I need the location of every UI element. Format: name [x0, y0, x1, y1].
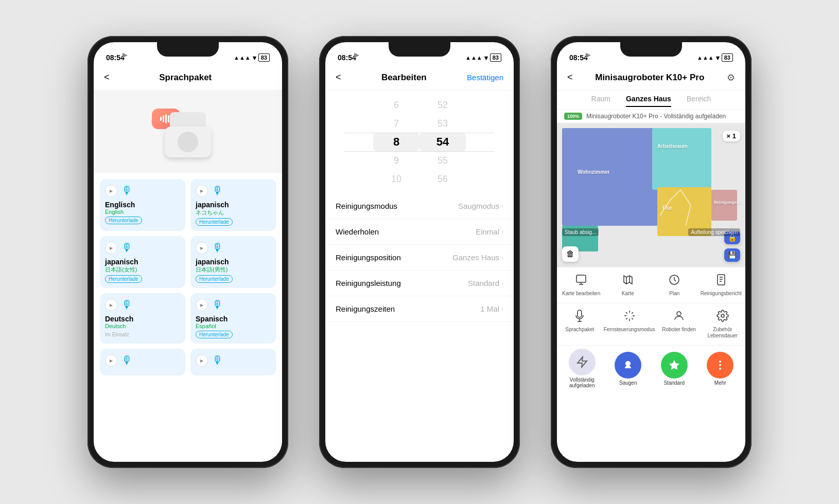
- action-standard[interactable]: Standard: [653, 352, 695, 386]
- lang-card-deutsch[interactable]: ▶ 🎙 Deutsch Deutsch Im Einsatz: [100, 293, 185, 344]
- save-map-button[interactable]: 💾: [724, 248, 740, 262]
- tab-ganzes-haus[interactable]: Ganzes Haus: [626, 95, 671, 107]
- picker-min-55[interactable]: 55: [420, 151, 466, 170]
- picker-min-53[interactable]: 53: [420, 114, 466, 133]
- phone-2-signal-icon: ▲▲▲: [465, 55, 482, 61]
- picker-hour-5[interactable]: 5: [373, 91, 420, 96]
- picker-min-57[interactable]: 57: [420, 188, 466, 193]
- lang-name-japanese2: japanisch: [105, 258, 180, 266]
- phone-1-back-button[interactable]: <: [104, 72, 110, 83]
- settings-label-reinigungsposition: Reinigungsposition: [336, 253, 401, 262]
- battery-icon: 83: [258, 53, 270, 62]
- lang-badge-japanese3[interactable]: Herunterlade: [196, 275, 233, 283]
- lang-card-japanese2[interactable]: ▶ 🎙 japanisch 日本語(女性) Herunterlade: [100, 236, 185, 288]
- settings-item-reinigungsleistung[interactable]: Reinigungsleistung Standard ›: [325, 271, 514, 296]
- action-label-mehr: Mehr: [714, 380, 726, 386]
- phone-2-screen: 08:54 ▶ ▲▲▲ ▾ 83 < Bearbeiten Bestätigen: [325, 42, 514, 462]
- action-mehr[interactable]: Mehr: [700, 352, 742, 386]
- picker-col-minutes[interactable]: 51 52 53 54 55 56 57: [420, 91, 466, 193]
- picker-hour-6[interactable]: 6: [373, 96, 420, 114]
- wave-bar-1: [160, 117, 162, 121]
- staub-label: Staub absig...: [562, 228, 599, 236]
- toolbar-karte-bearbeiten[interactable]: Karte bearbeiten: [559, 272, 604, 299]
- toolbar-plan[interactable]: Plan: [652, 272, 697, 299]
- toolbar-sprachpaket[interactable]: Sprachpaket: [559, 308, 601, 341]
- play-button-japanese2[interactable]: ▶: [105, 242, 117, 254]
- picker-min-51[interactable]: 51: [420, 91, 466, 96]
- action-aufgeladen[interactable]: Vollständig aufgeladen: [561, 349, 603, 388]
- picker-hour-10[interactable]: 10: [373, 170, 420, 188]
- play-button-extra2[interactable]: ▶: [196, 354, 208, 367]
- settings-item-reinigungsposition[interactable]: Reinigungsposition Ganzes Haus ›: [325, 245, 514, 271]
- svg-rect-0: [576, 275, 586, 282]
- play-button-english[interactable]: ▶: [105, 185, 117, 197]
- map-badge: × 1: [723, 131, 740, 141]
- speaker-icon-japanese3: 🎙: [212, 241, 223, 255]
- tab-raum[interactable]: Raum: [591, 95, 610, 107]
- picker-min-52[interactable]: 52: [420, 96, 466, 114]
- lang-hero: [94, 91, 282, 173]
- play-button-deutsch[interactable]: ▶: [105, 299, 117, 311]
- toolbar-fernsteuerung[interactable]: Fernsteuerungsmodus: [603, 308, 656, 341]
- picker-hour-8-selected[interactable]: 8: [373, 133, 420, 151]
- picker-hour-9[interactable]: 9: [373, 151, 420, 170]
- phone-2-confirm-button[interactable]: Bestätigen: [467, 73, 503, 82]
- lang-badge-spanish[interactable]: Herunterlade: [196, 331, 233, 338]
- action-saugen[interactable]: Saugen: [607, 352, 650, 386]
- play-button-extra1[interactable]: ▶: [105, 354, 117, 367]
- settings-value-reinigungsposition: Ganzes Haus ›: [452, 253, 503, 262]
- phone-3-time: 08:54: [569, 53, 588, 62]
- bottom-actions: Vollständig aufgeladen Saugen Standard: [557, 345, 745, 393]
- phone-3-back-button[interactable]: <: [567, 72, 573, 83]
- play-button-japanese3[interactable]: ▶: [196, 242, 208, 254]
- map-action-buttons: 🗑: [562, 246, 579, 262]
- lang-sub-japanese2: 日本語(女性): [105, 266, 180, 274]
- svg-point-4: [625, 361, 631, 366]
- map-status-text: Minisaugroboter K10+ Pro - Vollständig a…: [586, 113, 726, 120]
- karte-bearbeiten-icon: [575, 274, 587, 289]
- picker-min-56[interactable]: 56: [420, 170, 466, 188]
- lang-card-english[interactable]: ▶ 🎙 Englisch English Herunterlade: [100, 179, 185, 231]
- settings-item-reinigungszeiten[interactable]: Reinigungszeiten 1 Mal ›: [325, 296, 514, 322]
- lang-card-extra1[interactable]: ▶ 🎙: [100, 349, 185, 375]
- toolbar-reinigungsbericht[interactable]: Reinigungsbericht: [699, 272, 744, 299]
- tab-bereich[interactable]: Bereich: [687, 95, 711, 107]
- phone-2-back-button[interactable]: <: [336, 72, 341, 83]
- action-circle-mehr: [707, 352, 733, 379]
- language-grid: ▶ 🎙 Englisch English Herunterlade ▶ 🎙 ja…: [94, 173, 282, 382]
- settings-gear-icon[interactable]: ⚙: [727, 72, 735, 83]
- lang-card-japanese3[interactable]: ▶ 🎙 japanisch 日本語(男性) Herunterlade: [190, 236, 276, 288]
- lang-badge-english[interactable]: Herunterlade: [105, 217, 142, 224]
- toolbar-zubehor[interactable]: Zubehör Lebensdauer: [702, 308, 743, 341]
- time-picker-section[interactable]: 5 6 7 8 9 10 11 51 52 53 54 55 56: [325, 91, 514, 193]
- play-button-japanese1[interactable]: ▶: [196, 185, 208, 197]
- roboter-finden-icon: [673, 310, 685, 325]
- lang-card-japanese1[interactable]: ▶ 🎙 japanisch ネコちゃん Herunterlade: [190, 179, 276, 231]
- lang-sub-japanese1: ネコちゃん: [196, 209, 271, 217]
- lang-card-extra2[interactable]: ▶ 🎙: [190, 349, 276, 375]
- vacuum-bag-button[interactable]: 🗑: [562, 246, 579, 262]
- robot-path-svg: [557, 123, 745, 267]
- lang-card-icon-japanese2: ▶ 🎙: [105, 241, 180, 255]
- toolbar-roboter-finden[interactable]: Roboter finden: [658, 308, 700, 341]
- lang-badge-japanese2[interactable]: Herunterlade: [105, 275, 142, 283]
- svg-point-6: [719, 364, 721, 366]
- picker-min-54-selected[interactable]: 54: [420, 133, 466, 151]
- settings-item-reinigungsmodus[interactable]: Reinigungsmodus Saugmodus ›: [325, 193, 514, 219]
- settings-item-wiederholen[interactable]: Wiederholen Einmal ›: [325, 219, 514, 245]
- aufteilung-label: Aufteilung speichern: [688, 228, 740, 236]
- picker-col-hours[interactable]: 5 6 7 8 9 10 11: [373, 91, 420, 193]
- lang-badge-japanese1[interactable]: Herunterlade: [196, 218, 233, 226]
- lang-card-spanish[interactable]: ▶ 🎙 Spanisch Español Herunterlade: [190, 293, 276, 344]
- lang-sub-japanese3: 日本語(男性): [196, 266, 271, 274]
- map-canvas: Wohnzimmer Arbeitsraum Flur Reinigungsz.…: [557, 123, 745, 267]
- map-area[interactable]: Wohnzimmer Arbeitsraum Flur Reinigungsz.…: [557, 123, 745, 267]
- picker-hour-11[interactable]: 11: [373, 188, 420, 193]
- phone-2-time: 08:54: [338, 53, 356, 62]
- phone-3-status-icons: ▲▲▲ ▾ 83: [697, 53, 733, 62]
- play-button-spanish[interactable]: ▶: [196, 299, 208, 311]
- phone-2: 08:54 ▶ ▲▲▲ ▾ 83 < Bearbeiten Bestätigen: [319, 36, 520, 468]
- picker-hour-7[interactable]: 7: [373, 114, 420, 133]
- toolbar-karte[interactable]: Karte: [606, 272, 651, 299]
- lang-name-japanese1: japanisch: [196, 201, 271, 209]
